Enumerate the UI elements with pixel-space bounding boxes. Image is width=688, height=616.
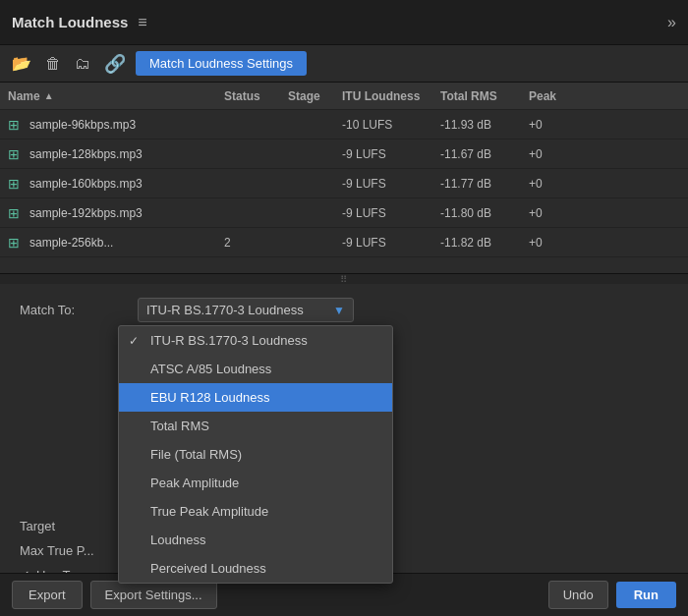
match-to-row: Match To: ITU-R BS.1770-3 Loudness ▼ <box>20 298 668 322</box>
col-name-header: Name <box>8 89 40 103</box>
check-icon: ✓ <box>129 334 143 348</box>
file-name: sample-256kb... <box>29 236 113 250</box>
audio-file-icon: ⊞ <box>8 146 20 162</box>
file-name: sample-128kbps.mp3 <box>29 147 143 161</box>
dropdown-item[interactable]: ✓ ITU-R BS.1770-3 Loudness <box>119 326 392 355</box>
match-to-label: Match To: <box>20 303 138 317</box>
undo-button[interactable]: Undo <box>548 581 608 609</box>
match-to-dropdown[interactable]: ITU-R BS.1770-3 Loudness ▼ <box>138 298 354 322</box>
resize-handle-icon: ⠿ <box>340 274 348 285</box>
export-settings-button[interactable]: Export Settings... <box>90 581 217 609</box>
peak-value: +0 <box>529 118 543 132</box>
file-name: sample-160kbps.mp3 <box>29 177 143 191</box>
col-status-header: Status <box>224 89 260 103</box>
table-row[interactable]: ⊞ sample-128kbps.mp3 -9 LUFS -11.67 dB +… <box>0 140 688 169</box>
delete-icon[interactable]: 🗑 <box>41 53 65 75</box>
file-name: sample-192kbps.mp3 <box>29 206 143 220</box>
sort-arrow-icon: ▲ <box>44 90 54 101</box>
match-loudness-settings-button[interactable]: Match Loudness Settings <box>136 51 307 76</box>
expand-icon[interactable]: » <box>667 14 676 31</box>
match-to-value: ITU-R BS.1770-3 Loudness <box>146 303 304 317</box>
table-row[interactable]: ⊞ sample-192kbps.mp3 -9 LUFS -11.80 dB +… <box>0 198 688 228</box>
col-rms-header: Total RMS <box>440 89 497 103</box>
dropdown-item-label: Perceived Loudness <box>150 561 266 576</box>
table-header: Name ▲ Status Stage ITU Loudness Total R… <box>0 83 688 110</box>
title-bar: Match Loudness ≡ » <box>0 0 688 45</box>
add-file-icon[interactable]: 📂 <box>8 52 35 75</box>
dropdown-item[interactable]: ✓ Loudness <box>119 526 392 554</box>
audio-file-icon: ⊞ <box>8 205 20 221</box>
itu-value: -9 LUFS <box>342 236 386 250</box>
peak-value: +0 <box>529 147 543 161</box>
dropdown-arrow-icon: ▼ <box>333 304 345 317</box>
match-icon[interactable]: 🔗 <box>100 51 130 77</box>
menu-icon[interactable]: ≡ <box>138 14 146 31</box>
rms-value: -11.67 dB <box>440 147 491 161</box>
rms-value: -11.93 dB <box>440 118 491 132</box>
col-stage-header: Stage <box>288 89 320 103</box>
rms-value: -11.82 dB <box>440 236 491 250</box>
audio-file-icon: ⊞ <box>8 235 20 251</box>
peak-value: +0 <box>529 206 543 220</box>
dropdown-item-label: True Peak Amplitude <box>150 504 268 519</box>
dropdown-item-label: Total RMS <box>150 419 209 433</box>
status-value: 2 <box>224 236 231 250</box>
batch-icon[interactable]: 🗂 <box>71 53 94 75</box>
table-row[interactable]: ⊞ sample-160kbps.mp3 -9 LUFS -11.77 dB +… <box>0 169 688 198</box>
dropdown-item[interactable]: ✓ EBU R128 Loudness <box>119 383 392 412</box>
peak-value: +0 <box>529 236 543 250</box>
peak-value: +0 <box>529 177 543 191</box>
itu-value: -9 LUFS <box>342 206 386 220</box>
dropdown-item-label: ATSC A/85 Loudness <box>150 362 271 376</box>
dropdown-item-label: EBU R128 Loudness <box>150 390 269 405</box>
dropdown-item-label: Peak Amplitude <box>150 476 239 490</box>
dropdown-item[interactable]: ✓ ATSC A/85 Loudness <box>119 355 392 383</box>
dropdown-item-label: File (Total RMS) <box>150 447 242 462</box>
dropdown-item[interactable]: ✓ Total RMS <box>119 412 392 440</box>
rms-value: -11.77 dB <box>440 177 491 191</box>
export-button[interactable]: Export <box>12 581 83 609</box>
file-table: Name ▲ Status Stage ITU Loudness Total R… <box>0 83 688 274</box>
dropdown-menu: ✓ ITU-R BS.1770-3 Loudness ✓ ATSC A/85 L… <box>118 325 393 584</box>
resize-bar[interactable]: ⠿ <box>0 274 688 284</box>
run-button[interactable]: Run <box>616 582 676 608</box>
dropdown-item[interactable]: ✓ True Peak Amplitude <box>119 497 392 526</box>
itu-value: -9 LUFS <box>342 147 386 161</box>
audio-file-icon: ⊞ <box>8 176 20 192</box>
dropdown-item[interactable]: ✓ Peak Amplitude <box>119 469 392 497</box>
audio-file-icon: ⊞ <box>8 117 20 133</box>
table-row[interactable]: ⊞ sample-96kbps.mp3 -10 LUFS -11.93 dB +… <box>0 110 688 140</box>
table-row[interactable]: ⊞ sample-256kb... 2 -9 LUFS -11.82 dB +0 <box>0 228 688 257</box>
dropdown-item[interactable]: ✓ Perceived Loudness <box>119 554 392 583</box>
itu-value: -10 LUFS <box>342 118 392 132</box>
col-itu-header: ITU Loudness <box>342 89 420 103</box>
itu-value: -9 LUFS <box>342 177 386 191</box>
dropdown-item[interactable]: ✓ File (Total RMS) <box>119 440 392 469</box>
settings-panel: Match To: ITU-R BS.1770-3 Loudness ▼ ✓ I… <box>0 284 688 616</box>
dropdown-item-label: Loudness <box>150 532 205 547</box>
file-name: sample-96kbps.mp3 <box>29 118 136 132</box>
dropdown-item-label: ITU-R BS.1770-3 Loudness <box>150 333 308 348</box>
rms-value: -11.80 dB <box>440 206 491 220</box>
col-peak-header: Peak <box>529 89 556 103</box>
app-title: Match Loudness <box>12 14 128 30</box>
toolbar: 📂 🗑 🗂 🔗 Match Loudness Settings <box>0 45 688 83</box>
